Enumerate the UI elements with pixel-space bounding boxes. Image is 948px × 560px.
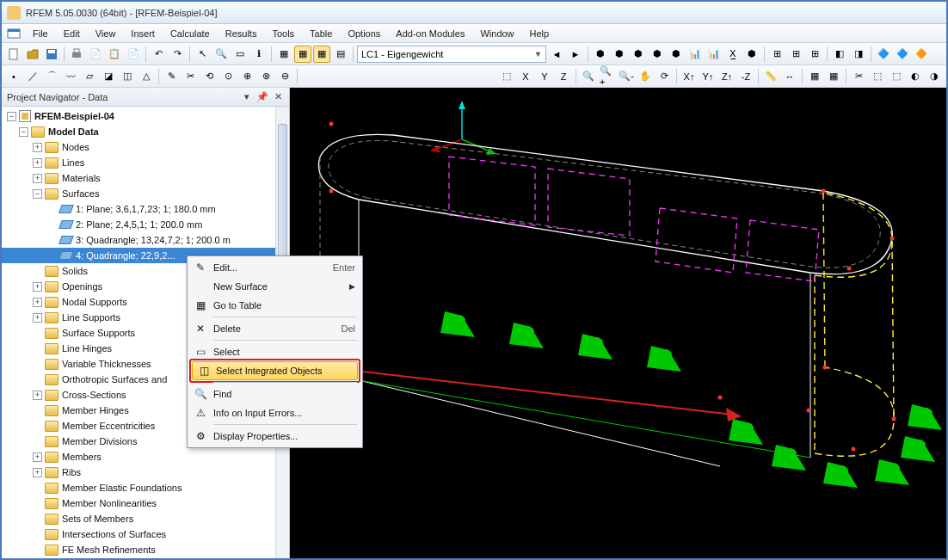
tree-surface-3[interactable]: 3: Quadrangle; 13,24,7,2; 1; 200.0 m bbox=[2, 232, 289, 248]
panel3-button[interactable]: ▦ bbox=[313, 46, 330, 63]
save-button[interactable] bbox=[43, 46, 60, 63]
tree-lines[interactable]: +Lines bbox=[2, 155, 289, 170]
edit-tool-c[interactable]: ⟲ bbox=[200, 68, 218, 85]
ext1-button[interactable]: ⬚ bbox=[869, 68, 886, 85]
loadcase-combo[interactable]: LC1 - Eigengewicht ▼ bbox=[357, 46, 546, 63]
menu-calculate[interactable]: Calculate bbox=[163, 27, 217, 40]
rotate-button[interactable]: ⟳ bbox=[656, 68, 673, 85]
edit-tool-f[interactable]: ⊗ bbox=[257, 68, 274, 85]
paste-button[interactable]: 📄 bbox=[125, 46, 142, 63]
tool-k[interactable]: ⊞ bbox=[787, 46, 804, 63]
redo-button[interactable]: ↷ bbox=[169, 46, 186, 63]
meas-button[interactable]: 📏 bbox=[762, 68, 779, 85]
draw-node-button[interactable]: • bbox=[5, 68, 22, 85]
cm-goto-table[interactable]: ▦ Go to Table bbox=[189, 296, 360, 315]
menu-help[interactable]: Help bbox=[523, 27, 557, 40]
draw-opening-button[interactable]: ◫ bbox=[119, 68, 136, 85]
undo-button[interactable]: ↶ bbox=[150, 46, 167, 63]
menu-edit[interactable]: Edit bbox=[57, 27, 87, 40]
axis-y-button[interactable]: Y↑ bbox=[699, 68, 717, 85]
menu-results[interactable]: Results bbox=[219, 27, 264, 40]
tree-nodes[interactable]: +Nodes bbox=[2, 139, 289, 155]
zoom-fit-button[interactable]: 🔍 bbox=[580, 68, 597, 85]
draw-line-button[interactable]: ／ bbox=[24, 68, 41, 85]
tool-h[interactable]: X̲ bbox=[724, 46, 742, 63]
print-button[interactable] bbox=[68, 46, 85, 63]
draw-solid-button[interactable]: ◪ bbox=[100, 68, 117, 85]
axis-neg-button[interactable]: -Z bbox=[737, 68, 754, 85]
open-button[interactable] bbox=[24, 46, 41, 63]
tool-i[interactable]: ⬢ bbox=[743, 46, 760, 63]
zoom-out-button[interactable]: 🔍- bbox=[618, 68, 635, 85]
tree-sets-members[interactable]: Sets of Members bbox=[2, 511, 289, 526]
ext4-button[interactable]: ◑ bbox=[926, 68, 943, 85]
menu-tools[interactable]: Tools bbox=[265, 27, 301, 40]
tree-intersections[interactable]: Intersections of Surfaces bbox=[2, 526, 289, 542]
edit-tool-g[interactable]: ⊖ bbox=[276, 68, 293, 85]
cm-edit[interactable]: ✎ Edit...Enter bbox=[189, 258, 360, 277]
tool-a[interactable]: ⬢ bbox=[592, 46, 609, 63]
draw-member-button[interactable]: 〰 bbox=[62, 68, 79, 85]
tree-surface-2[interactable]: 2: Plane; 2,4,5,1; 1; 200.0 mm bbox=[2, 217, 289, 232]
window-menu-icon[interactable] bbox=[7, 27, 21, 40]
axis-z-button[interactable]: Z↑ bbox=[718, 68, 736, 85]
tree-surface-1[interactable]: 1: Plane; 3,6,1,7,23; 1; 180.0 mm bbox=[2, 201, 289, 217]
tool-f[interactable]: 📊 bbox=[686, 46, 704, 63]
tool-b[interactable]: ⬢ bbox=[611, 46, 628, 63]
tool-g[interactable]: 📊 bbox=[705, 46, 723, 63]
tree-surfaces[interactable]: −Surfaces bbox=[2, 186, 289, 201]
tree-member-elastic[interactable]: Member Elastic Foundations bbox=[2, 480, 289, 495]
menu-insert[interactable]: Insert bbox=[124, 27, 162, 40]
pan-button[interactable]: ✋ bbox=[637, 68, 654, 85]
clip-button[interactable]: ✂ bbox=[850, 68, 867, 85]
menu-table[interactable]: Table bbox=[303, 27, 339, 40]
ext2-button[interactable]: ⬚ bbox=[888, 68, 905, 85]
tool-o[interactable]: 🔷 bbox=[875, 46, 892, 63]
tree-materials[interactable]: +Materials bbox=[2, 170, 289, 186]
new-model-button[interactable] bbox=[5, 46, 22, 63]
tree-root[interactable]: −RFEM-Beispiel-04 bbox=[2, 108, 289, 124]
tree-member-nonlin[interactable]: Member Nonlinearities bbox=[2, 495, 289, 511]
edit-tool-a[interactable]: ✎ bbox=[163, 68, 180, 85]
render2-button[interactable]: ▦ bbox=[825, 68, 842, 85]
draw-surface-button[interactable]: ▱ bbox=[81, 68, 98, 85]
navigator-close-icon[interactable]: ✕ bbox=[272, 91, 284, 103]
navigator-dropdown-icon[interactable]: ▾ bbox=[241, 91, 253, 103]
axis-x-button[interactable]: X↑ bbox=[680, 68, 698, 85]
tree-members[interactable]: +Members bbox=[2, 449, 289, 465]
report-button[interactable]: 📄 bbox=[87, 46, 104, 63]
select-button[interactable]: ▭ bbox=[231, 46, 249, 63]
panel2-button[interactable]: ▦ bbox=[294, 46, 311, 63]
menu-options[interactable]: Options bbox=[341, 27, 387, 40]
tool-q[interactable]: 🔶 bbox=[913, 46, 930, 63]
tool-l[interactable]: ⊞ bbox=[806, 46, 823, 63]
cm-info-errors[interactable]: ⚠ Info on Input Errors... bbox=[189, 403, 360, 422]
cm-find[interactable]: 🔍 Find bbox=[189, 385, 360, 403]
draw-arc-button[interactable]: ⌒ bbox=[43, 68, 60, 85]
menu-addons[interactable]: Add-on Modules bbox=[389, 27, 471, 40]
view-y-button[interactable]: Y bbox=[536, 68, 553, 85]
tool-j[interactable]: ⊞ bbox=[768, 46, 785, 63]
menu-window[interactable]: Window bbox=[473, 27, 520, 40]
tool-p[interactable]: 🔷 bbox=[894, 46, 911, 63]
tree-ribs[interactable]: +Ribs bbox=[2, 465, 289, 480]
find-button[interactable]: 🔍 bbox=[212, 46, 230, 63]
tree-model-data[interactable]: −Model Data bbox=[2, 124, 289, 139]
cm-display-props[interactable]: ⚙ Display Properties... bbox=[189, 427, 360, 446]
cm-delete[interactable]: ✕ DeleteDel bbox=[189, 319, 360, 338]
view-iso-button[interactable]: ⬚ bbox=[498, 68, 515, 85]
next-lc-button[interactable]: ► bbox=[567, 46, 584, 63]
view-x-button[interactable]: X bbox=[517, 68, 534, 85]
model-viewport[interactable] bbox=[290, 88, 946, 558]
menu-file[interactable]: File bbox=[26, 27, 55, 40]
cm-select[interactable]: ▭ Select bbox=[189, 342, 360, 361]
ext3-button[interactable]: ◐ bbox=[907, 68, 924, 85]
tree-fe-mesh[interactable]: FE Mesh Refinements bbox=[2, 542, 289, 557]
tool-e[interactable]: ⬢ bbox=[668, 46, 685, 63]
info-button[interactable]: ℹ bbox=[250, 46, 268, 63]
view-z-button[interactable]: Z bbox=[555, 68, 572, 85]
edit-tool-d[interactable]: ⊙ bbox=[219, 68, 237, 85]
tool-d[interactable]: ⬢ bbox=[649, 46, 666, 63]
menu-view[interactable]: View bbox=[89, 27, 123, 40]
draw-support-button[interactable]: △ bbox=[138, 68, 155, 85]
